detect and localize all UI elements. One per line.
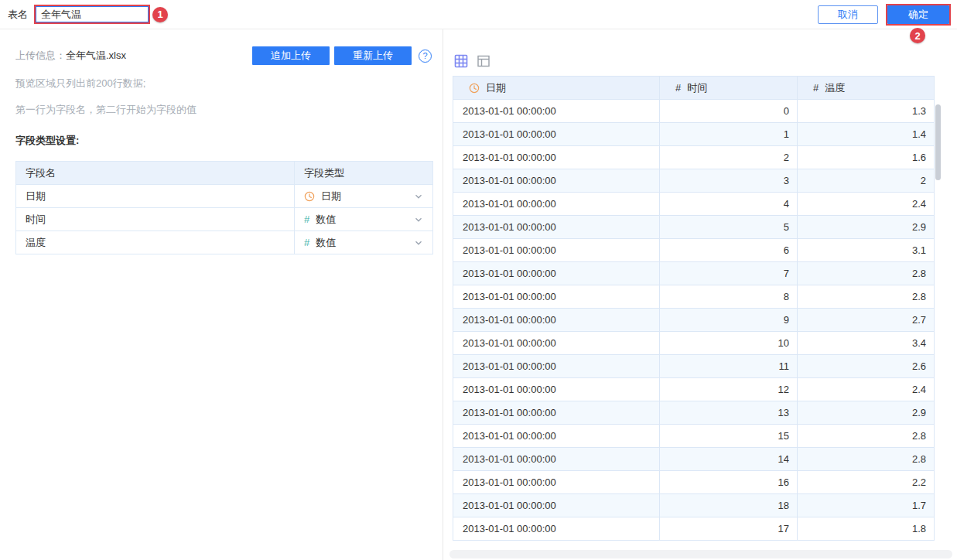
cell-time: 1 [660,123,798,146]
table-name-input[interactable] [36,6,149,22]
cell-temperature: 2.8 [798,285,935,309]
cell-date: 2013-01-01 00:00:00 [453,401,660,425]
table-row: 2013-01-01 00:00:0032 [453,169,935,193]
clock-icon [469,83,480,94]
table-row: 2013-01-01 00:00:00112.6 [453,355,935,378]
cell-temperature: 1.7 [798,494,935,517]
annotation-badge-1: 1 [152,7,168,22]
field-type-dropdown[interactable]: # 数值 [295,213,432,227]
table-name-label: 表名 [8,8,28,22]
upload-info-label: 上传信息： [15,49,66,63]
annotation-box-1 [34,5,150,24]
cell-time: 13 [660,401,798,425]
table-row: 2013-01-01 00:00:0063.1 [453,239,935,262]
cell-time: 16 [660,471,798,494]
chevron-down-icon [414,192,423,201]
field-type-table: 字段名 字段类型 日期 日期 [15,161,433,254]
table-row: 2013-01-01 00:00:0052.9 [453,216,935,239]
panel-view-icon[interactable] [477,54,490,68]
table-row: 2013-01-01 00:00:0092.7 [453,309,935,332]
cell-temperature: 2.4 [798,193,935,216]
column-header-temperature: 温度 [825,81,845,95]
number-icon: # [304,237,309,248]
cell-time: 0 [660,100,798,123]
field-type-dropdown[interactable]: 日期 [295,190,432,203]
table-row: 2013-01-01 00:00:0001.3 [453,100,935,123]
cell-time: 2 [660,146,798,169]
table-row: 2013-01-01 00:00:0042.4 [453,193,935,216]
table-row: 2013-01-01 00:00:00132.9 [453,401,935,425]
upload-table-dialog: 表名 1 取消 确定 2 上传信息： 全年气温.xlsx 追加上传 重新上传 ?… [0,0,957,560]
table-row: 2013-01-01 00:00:0021.6 [453,146,935,169]
cell-date: 2013-01-01 00:00:00 [453,309,660,332]
column-header-date: 日期 [486,81,506,95]
cell-temperature: 2.8 [798,425,935,448]
field-type-value: 数值 [316,213,336,227]
field-row-date: 日期 日期 [16,185,433,208]
table-row: 2013-01-01 00:00:00103.4 [453,332,935,355]
table-row: 2013-01-01 00:00:00162.2 [453,471,935,494]
topbar: 表名 1 取消 确定 2 [0,0,957,29]
field-type-value: 日期 [321,190,341,203]
clock-icon [304,191,315,202]
cell-temperature: 1.8 [798,517,935,541]
cell-date: 2013-01-01 00:00:00 [453,378,660,401]
vertical-scrollbar-thumb[interactable] [935,104,941,180]
cell-date: 2013-01-01 00:00:00 [453,355,660,378]
field-name: 温度 [16,231,295,254]
cell-date: 2013-01-01 00:00:00 [453,146,660,169]
field-type-settings-label: 字段类型设置: [15,134,432,148]
cell-temperature: 2.2 [798,471,935,494]
annotation-badge-2: 2 [910,28,925,43]
cell-time: 3 [660,169,798,193]
cell-date: 2013-01-01 00:00:00 [453,100,660,123]
cell-time: 6 [660,239,798,262]
cell-temperature: 2.9 [798,216,935,239]
chevron-down-icon [414,215,423,224]
grid-view-icon[interactable] [454,54,468,68]
append-upload-button[interactable]: 追加上传 [252,46,330,65]
cell-date: 2013-01-01 00:00:00 [453,193,660,216]
view-toggle [454,54,957,68]
cell-date: 2013-01-01 00:00:00 [453,425,660,448]
cell-temperature: 2.6 [798,355,935,378]
horizontal-scrollbar-track[interactable] [449,550,952,558]
table-row: 2013-01-01 00:00:00171.8 [453,517,935,541]
field-row-time: 时间 # 数值 [16,208,433,231]
cell-temperature: 3.1 [798,239,935,262]
cell-temperature: 2.9 [798,401,935,425]
help-icon[interactable]: ? [419,50,432,63]
cell-temperature: 3.4 [798,332,935,355]
cell-temperature: 1.6 [798,146,935,169]
cell-date: 2013-01-01 00:00:00 [453,216,660,239]
field-type-dropdown[interactable]: # 数值 [295,236,432,250]
field-settings-panel: 上传信息： 全年气温.xlsx 追加上传 重新上传 ? 预览区域只列出前200行… [0,29,443,560]
reupload-button[interactable]: 重新上传 [334,46,412,65]
cell-date: 2013-01-01 00:00:00 [453,123,660,146]
cell-time: 11 [660,355,798,378]
cell-temperature: 2.8 [798,262,935,285]
cell-time: 17 [660,517,798,541]
table-row: 2013-01-01 00:00:0011.4 [453,123,935,146]
field-name: 日期 [16,185,295,208]
cancel-button[interactable]: 取消 [818,5,878,24]
cell-time: 14 [660,448,798,471]
chevron-down-icon [414,238,423,248]
cell-date: 2013-01-01 00:00:00 [453,517,660,541]
preview-limit-hint: 预览区域只列出前200行数据; [15,77,432,90]
field-type-header: 字段类型 [295,162,433,185]
cell-time: 12 [660,378,798,401]
cell-temperature: 2.8 [798,448,935,471]
cell-time: 18 [660,494,798,517]
field-table-header-row: 字段名 字段类型 [16,162,433,185]
field-name-header: 字段名 [16,162,295,185]
column-header-time: 时间 [687,81,707,95]
cell-date: 2013-01-01 00:00:00 [453,239,660,262]
cell-temperature: 1.3 [798,100,935,123]
preview-table-body: 2013-01-01 00:00:0001.32013-01-01 00:00:… [453,100,935,541]
confirm-button[interactable]: 确定 [887,5,949,24]
table-row: 2013-01-01 00:00:00181.7 [453,494,935,517]
number-icon: # [675,82,681,94]
cell-temperature: 2 [798,169,935,193]
number-icon: # [813,82,819,94]
